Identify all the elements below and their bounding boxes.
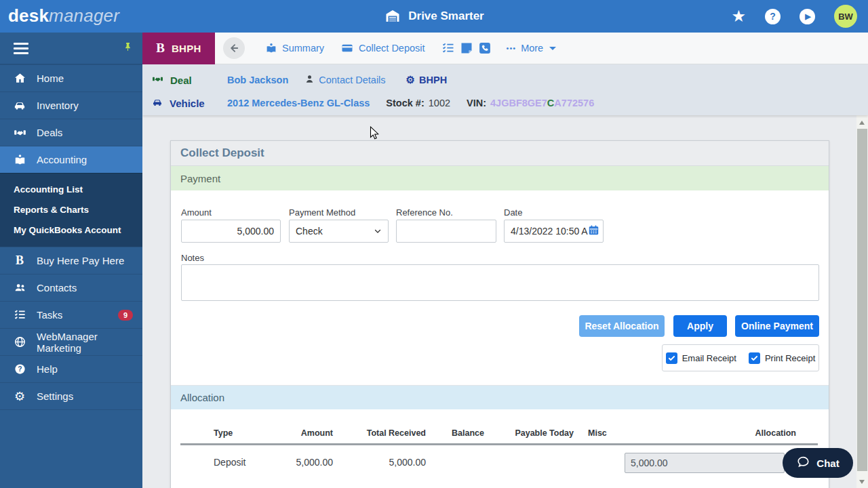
submenu-accounting-list[interactable]: Accounting List — [0, 179, 142, 199]
sidebar-item-label: Deals — [37, 127, 62, 138]
sidebar-item-label: Settings — [37, 390, 73, 402]
submenu-label: My QuickBooks Account — [14, 225, 121, 235]
vin-label: VIN: — [467, 98, 486, 108]
bhph-b-icon: B — [12, 253, 27, 268]
app-window: deskmanager Drive Smarter ★ ? ▶ BW Home — [0, 0, 868, 488]
sidebar-item-settings[interactable]: ⚙ Settings — [0, 382, 142, 409]
sidebar-item-accounting[interactable]: Accounting — [0, 146, 142, 173]
collect-deposit-label: Collect Deposit — [359, 43, 425, 54]
sidebar-nav: Home Inventory Deals Accounting Accounti… — [0, 33, 142, 488]
checkbox-checked-icon — [666, 352, 677, 364]
more-dots-icon: ••• — [507, 44, 517, 52]
amount-input[interactable] — [181, 220, 281, 243]
date-input[interactable]: 4/13/2022 10:50 AM — [504, 220, 604, 243]
accounting-submenu: Accounting List Reports & Charts My Quic… — [0, 173, 142, 247]
chat-button[interactable]: Chat — [783, 448, 853, 478]
favorites-star-icon[interactable]: ★ — [731, 8, 746, 24]
submenu-reports-charts[interactable]: Reports & Charts — [0, 199, 142, 220]
table-row: Deposit 5,000.00 5,000.00 — [171, 457, 829, 484]
gear-icon: ⚙ — [12, 390, 27, 403]
page-title: Collect Deposit — [180, 146, 264, 160]
tasks-list-icon — [12, 308, 27, 321]
col-misc: Misc — [588, 428, 629, 438]
online-payment-button[interactable]: Online Payment — [735, 315, 819, 337]
sidebar-item-help[interactable]: ? Help — [0, 355, 142, 382]
deal-customer-link[interactable]: Bob Jackson — [227, 75, 288, 85]
phone-button[interactable] — [478, 41, 492, 55]
apply-button[interactable]: Apply — [673, 315, 727, 337]
col-type: Type — [214, 428, 254, 438]
tab-bhph[interactable]: B BHPH — [142, 33, 215, 64]
vin-block: VIN: 4JGBF8GE7CA772576 — [467, 98, 594, 108]
select-chevron-icon — [374, 227, 382, 235]
allocation-amount-input[interactable] — [625, 453, 785, 473]
payment-method-select[interactable]: Check — [289, 220, 389, 243]
scroll-up-icon[interactable] — [859, 121, 865, 125]
checklist-button[interactable] — [441, 41, 455, 55]
sidebar-header — [0, 33, 142, 64]
reference-input[interactable] — [396, 220, 496, 243]
deal-type-label: BHPH — [419, 75, 447, 85]
contact-details-link[interactable]: Contact Details — [304, 74, 385, 87]
amount-label: Amount — [181, 207, 212, 218]
tab-collect-deposit[interactable]: Collect Deposit — [340, 42, 425, 54]
vehicle-link[interactable]: 2012 Mercedes-Benz GL-Class — [227, 98, 370, 108]
sidebar-item-tasks[interactable]: Tasks 9 — [0, 301, 142, 328]
more-label: More — [521, 43, 543, 54]
deal-label-block: Deal — [151, 73, 220, 87]
more-menu[interactable]: ••• More — [507, 43, 557, 54]
back-button[interactable] — [223, 37, 245, 59]
sidebar-item-webmanager[interactable]: WebManager Marketing — [0, 328, 142, 355]
contact-details-label: Contact Details — [319, 75, 385, 85]
accounting-book-icon — [12, 153, 27, 166]
row-type: Deposit — [214, 457, 268, 468]
sidebar-item-contacts[interactable]: Contacts — [0, 274, 142, 301]
print-receipt-checkbox[interactable]: Print Receipt — [749, 352, 815, 364]
user-avatar[interactable]: BW — [834, 5, 857, 28]
notes-button[interactable] — [460, 41, 473, 55]
scroll-down-icon[interactable] — [859, 480, 865, 484]
play-tutorial-icon[interactable]: ▶ — [800, 9, 815, 24]
vehicle-row: Vehicle 2012 Mercedes-Benz GL-Class Stoc… — [151, 93, 868, 113]
sidebar-item-label: Home — [37, 73, 64, 84]
payment-method-value: Check — [296, 226, 323, 237]
col-allocation: Allocation — [728, 428, 796, 438]
payment-section-label: Payment — [180, 173, 220, 184]
top-right-icons: ★ ? ▶ BW — [731, 0, 857, 33]
sidebar-item-bhph[interactable]: B Buy Here Pay Here — [0, 247, 142, 274]
sidebar-item-deals[interactable]: Deals — [0, 119, 142, 146]
scrollbar-thumb[interactable] — [857, 129, 867, 471]
credit-card-icon — [340, 42, 354, 54]
vin-value: 4JGBF8GE7CA772576 — [490, 98, 594, 108]
calendar-icon[interactable] — [588, 224, 599, 238]
deal-label: Deal — [170, 75, 192, 86]
sidebar-item-label: Tasks — [37, 309, 62, 321]
email-receipt-label: Email Receipt — [682, 353, 736, 363]
globe-icon — [12, 336, 27, 348]
notes-textarea[interactable] — [181, 264, 819, 301]
sidebar-item-inventory[interactable]: Inventory — [0, 92, 142, 119]
note-icon — [460, 41, 473, 55]
email-receipt-checkbox[interactable]: Email Receipt — [666, 352, 736, 364]
submenu-label: Accounting List — [14, 184, 83, 195]
sidebar-item-label: WebManager Marketing — [37, 331, 133, 354]
vertical-scrollbar[interactable] — [856, 115, 868, 488]
vehicle-label-block: Vehicle — [151, 97, 220, 110]
sidebar-item-label: Help — [37, 363, 58, 375]
sidebar-item-label: Accounting — [37, 154, 87, 165]
tab-summary[interactable]: Summary — [265, 42, 324, 54]
deal-type-badge[interactable]: ⚙ BHPH — [406, 74, 448, 86]
submenu-quickbooks[interactable]: My QuickBooks Account — [0, 220, 142, 240]
deal-handshake-icon — [151, 73, 165, 87]
pin-sidebar-icon[interactable] — [123, 41, 133, 55]
sidebar-item-home[interactable]: Home — [0, 64, 142, 92]
hamburger-menu-icon[interactable] — [14, 43, 28, 54]
reset-allocation-button[interactable]: Reset Allocation — [579, 315, 665, 337]
sidebar-item-label: Inventory — [37, 100, 79, 111]
row-amount: 5,000.00 — [265, 457, 333, 468]
help-icon[interactable]: ? — [765, 9, 781, 24]
vehicle-label: Vehicle — [170, 98, 205, 109]
submenu-label: Reports & Charts — [14, 205, 89, 215]
vehicle-car-icon — [151, 97, 164, 110]
print-receipt-label: Print Receipt — [765, 353, 815, 363]
